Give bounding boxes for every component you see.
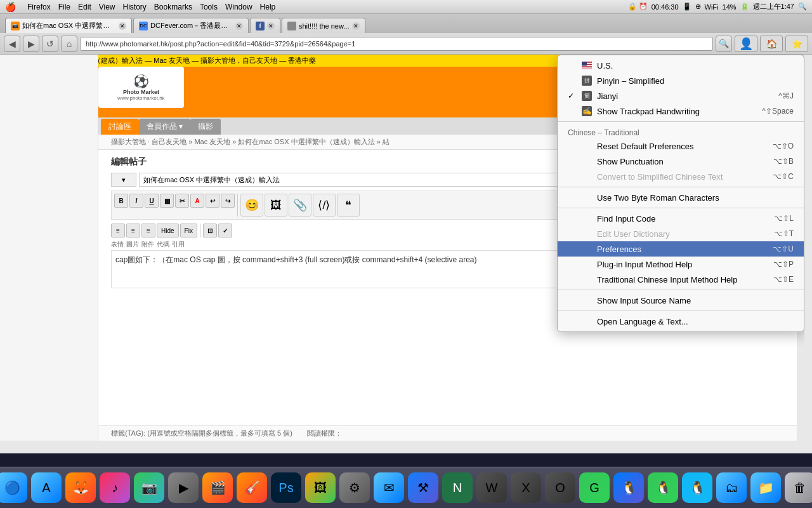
fmt-hide[interactable]: Hide [157, 224, 179, 237]
im-item-two_byte[interactable]: Use Two Byte Roman Characters [558, 190, 804, 205]
dock-icon-preview[interactable]: 🖼 [305, 472, 336, 503]
menu-firefox[interactable]: Firefox [27, 3, 51, 11]
dock-icon-photoshop[interactable]: Ps [271, 472, 301, 503]
menu-help[interactable]: Help [260, 3, 276, 11]
menu-file[interactable]: File [58, 3, 70, 11]
im-item-show_punct[interactable]: Show Punctuation⌥⇧B [558, 154, 804, 169]
tab-favicon-1: 📷 [11, 22, 20, 30]
dock-icon-misc2[interactable]: O [545, 472, 575, 503]
menu-bookmarks[interactable]: Bookmarks [154, 3, 192, 11]
fmt-table[interactable]: ▦ [160, 194, 174, 208]
back-button[interactable]: ◀ [4, 36, 20, 52]
im-item-plugin_help[interactable]: Plug-in Input Method Help⌥⇧P [558, 257, 804, 272]
url-bar[interactable]: http://www.photomarket.hk/post.php?actio… [80, 37, 713, 51]
menu-history[interactable]: History [123, 3, 147, 11]
im-separator [558, 311, 804, 311]
browser-bookmark-icon[interactable]: ⭐ [785, 36, 808, 52]
menu-view[interactable]: View [99, 3, 115, 11]
im-shortcut-edit_dict: ⌥⇧T [774, 229, 794, 238]
dock-icon-firefox[interactable]: 🦊 [65, 472, 96, 503]
browser-home-icon[interactable]: 🏠 [760, 36, 783, 52]
browser-search-button[interactable]: 🔍 [716, 36, 732, 52]
fmt-underline[interactable]: U [145, 194, 159, 208]
dock-icon-xcode[interactable]: ⚒ [408, 472, 438, 503]
fmt-media[interactable]: ⊡ [203, 224, 217, 237]
im-item-pinyin[interactable]: 拼Pinyin – Simplified [558, 73, 804, 88]
fmt-undo[interactable]: ↩ [206, 194, 219, 208]
im-item-find_input[interactable]: Find Input Code⌥⇧L [558, 211, 804, 226]
im-label-us: U.S. [597, 61, 613, 70]
image-button[interactable]: 🖼 [265, 194, 287, 217]
attach-button[interactable]: 📎 [289, 194, 311, 217]
fmt-check[interactable]: ✓ [218, 224, 232, 237]
im-separator [558, 290, 804, 290]
dock-icon-powerpoint[interactable]: X [511, 472, 541, 503]
code-button[interactable]: ⟨/⟩ [313, 194, 336, 217]
dock-icon-dvd[interactable]: ▶ [168, 472, 199, 503]
tab-favicon-2: DC [139, 22, 148, 30]
menu-edit[interactable]: Edit [78, 3, 91, 11]
menu-tools[interactable]: Tools [200, 3, 218, 11]
menu-window[interactable]: Window [225, 3, 252, 11]
dock-icon-garageband[interactable]: 🎸 [237, 472, 267, 503]
fmt-bold[interactable]: B [114, 194, 128, 208]
im-item-trackpad[interactable]: ✍Show Trackpad Handwriting^⇧Space [558, 104, 804, 119]
im-icon-plugin_help [582, 259, 592, 269]
dock-icon-misc5[interactable]: 🐧 [648, 472, 678, 503]
tab-close-4[interactable]: ✕ [352, 22, 360, 30]
nav-tab-photo[interactable]: 攝影 [190, 119, 221, 135]
dock-icon-itunes[interactable]: ♪ [100, 472, 130, 503]
im-item-trad_help[interactable]: Traditional Chinese Input Method Help⌥⇧E [558, 272, 804, 287]
im-shortcut-convert: ⌥⇧C [773, 172, 794, 181]
dock-icon-word[interactable]: W [476, 472, 507, 503]
im-shortcut-plugin_help: ⌥⇧P [773, 260, 794, 269]
fmt-align-center[interactable]: ≡ [126, 224, 140, 237]
attach-label: 附件 [141, 240, 154, 249]
tab-close-3[interactable]: ✕ [267, 22, 275, 30]
dock-icon-mail[interactable]: ✉ [374, 472, 404, 503]
left-sidebar [0, 55, 98, 441]
forward-button[interactable]: ▶ [23, 36, 39, 52]
im-item-show_source[interactable]: Show Input Source Name [558, 293, 804, 308]
dock-icon-iphoto[interactable]: 📷 [134, 472, 164, 503]
fmt-italic[interactable]: I [129, 194, 143, 208]
tab-close-1[interactable]: ✕ [119, 22, 126, 30]
url-text: http://www.photomarket.hk/post.php?actio… [86, 40, 355, 48]
fmt-fix[interactable]: Fix [180, 224, 197, 237]
nav-tab-forum[interactable]: 討論區 [101, 119, 139, 135]
post-prefix-select[interactable]: ▾ [111, 173, 136, 187]
im-item-prefs[interactable]: Preferences⌥⇧U [558, 241, 804, 257]
dock-icon-finder[interactable]: 🔵 [0, 472, 27, 503]
im-item-open_lang[interactable]: Open Language & Text... [558, 314, 804, 329]
emoji-button[interactable]: 😊 [240, 194, 263, 217]
dock-icon-appstore[interactable]: A [31, 472, 62, 503]
browser-tab-3[interactable]: f ✕ [250, 18, 280, 33]
im-item-jianyi[interactable]: ✓簡Jianyi^⌘J [558, 88, 804, 104]
dock-icon-misc4[interactable]: 🐧 [613, 472, 644, 503]
browser-tab-4[interactable]: shit!!!! the new... ✕ [282, 18, 365, 33]
dock-icon-misc3[interactable]: G [579, 472, 610, 503]
im-item-reset_prefs[interactable]: Reset Default Preferences⌥⇧O [558, 138, 804, 154]
menubar-search-icon[interactable]: 🔍 [798, 3, 807, 11]
apple-menu[interactable]: 🍎 [5, 2, 16, 12]
fmt-color[interactable]: A [190, 194, 204, 208]
quote-button[interactable]: ❝ [337, 194, 360, 217]
nav-tab-members[interactable]: 會員作品 ▾ [139, 119, 190, 135]
dock-icon-trash[interactable]: 🗑 [785, 472, 812, 503]
fmt-redo[interactable]: ↪ [221, 194, 235, 208]
im-item-us[interactable]: U.S. [558, 58, 804, 73]
fmt-list[interactable]: ≡ [141, 224, 155, 237]
dock-icon-folder[interactable]: 📁 [750, 472, 781, 503]
home-button[interactable]: ⌂ [61, 36, 77, 52]
dock-icon-syspreferences[interactable]: ⚙ [339, 472, 370, 503]
fmt-align-left[interactable]: ≡ [111, 224, 125, 237]
browser-tab-2[interactable]: DC DCFever.com－香港最多人上眾... ✕ [133, 18, 249, 33]
dock-icon-imovie[interactable]: 🎬 [202, 472, 233, 503]
dock-icon-finder2[interactable]: 🗂 [716, 472, 747, 503]
tab-close-2[interactable]: ✕ [235, 22, 243, 30]
dock-icon-excel[interactable]: N [442, 472, 473, 503]
browser-tab-1[interactable]: 📷 如何在mac OSX 中選擇繁中（建... ✕ [5, 18, 132, 33]
fmt-cut[interactable]: ✂ [175, 194, 189, 208]
dock-icon-qq[interactable]: 🐧 [682, 472, 712, 503]
refresh-button[interactable]: ↺ [42, 36, 58, 52]
